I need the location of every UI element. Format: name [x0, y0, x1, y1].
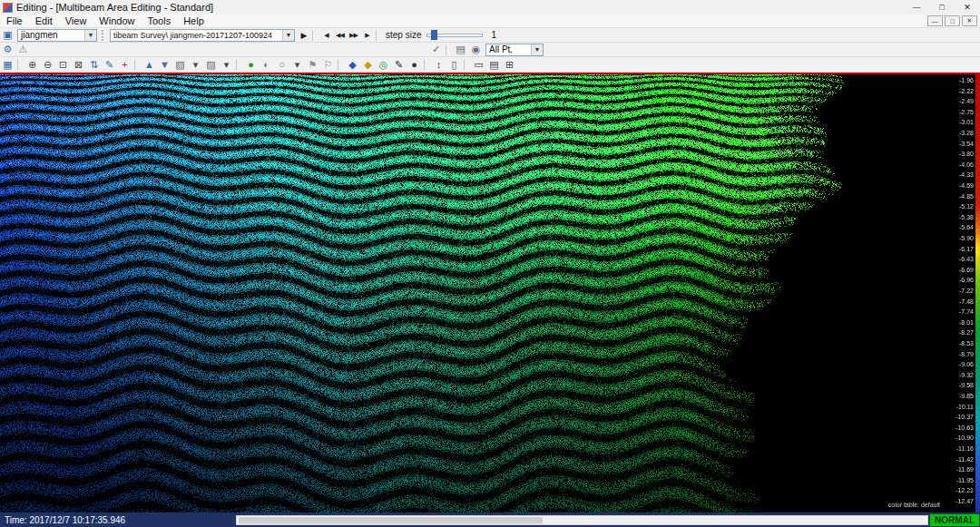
sphere-mode-icon[interactable]: ○ [274, 58, 289, 72]
horizontal-scrollbar[interactable] [236, 515, 928, 525]
mdi-close-button[interactable]: ✕ [962, 15, 977, 26]
zoom-window-icon[interactable]: ⊡ [55, 58, 71, 72]
flag-outline-icon[interactable]: ⚐ [320, 58, 336, 72]
chevron-down-icon[interactable]: ▼ [282, 30, 294, 41]
microphone-icon[interactable]: ◉ [468, 43, 484, 56]
draw-pencil-icon[interactable]: ✎ [391, 58, 407, 72]
depth-scale-label: -3.28 [943, 130, 974, 136]
fast-forward-button[interactable]: ▶▶ [347, 29, 360, 42]
target-icon[interactable]: ◎ [376, 58, 391, 72]
depth-scale-label: -8.53 [943, 340, 974, 346]
depth-scale-label: -5.38 [943, 214, 974, 220]
chevron-down-icon[interactable]: ▼ [531, 44, 543, 55]
rectangle-select-icon[interactable]: ▭ [471, 58, 486, 72]
depth-scale-label: -10.11 [943, 404, 974, 410]
hatch-style-dropdown-icon[interactable]: ▾ [219, 58, 234, 72]
depth-scale-label: -11.95 [943, 477, 974, 483]
step-size-slider[interactable] [426, 30, 483, 40]
window-controls: — □ ✕ [904, 0, 980, 15]
menu-items: FileEditViewWindowToolsHelp [0, 15, 211, 28]
minimize-button[interactable]: — [904, 0, 929, 15]
display-points-icon[interactable]: ● [243, 58, 259, 72]
depth-scale-label: -10.90 [943, 434, 974, 441]
survey-file-combo[interactable]: tibeam Survey\ jiangmen-20171207-100924 … [110, 29, 295, 42]
depth-scale-label: -5.64 [943, 224, 974, 230]
point-filter-combo[interactable]: All Pt. ▼ [485, 44, 544, 56]
sphere-dropdown-icon[interactable]: ▾ [289, 58, 305, 72]
marker-yellow-icon[interactable]: ◆ [360, 58, 376, 72]
depth-scale-label: -9.06 [943, 361, 974, 367]
application-window: Editing - [Multibeam Area Editing - Stan… [0, 0, 980, 527]
depth-scale-label: -4.85 [943, 193, 974, 200]
toolbar-separator [134, 59, 139, 70]
depth-scale-label: -1.96 [943, 77, 974, 83]
fast-back-button[interactable]: ◀◀ [333, 29, 347, 42]
chevron-down-icon[interactable]: ▼ [84, 30, 96, 41]
vertical-exaggeration-icon[interactable]: ⇅ [86, 58, 102, 72]
step-size-slider-thumb[interactable] [431, 30, 437, 40]
accept-check-icon[interactable]: ✓ [428, 43, 444, 56]
depth-scale-label: -9.85 [943, 393, 974, 399]
measure-vertical-icon[interactable]: ↕ [431, 58, 446, 72]
zoom-in-icon[interactable]: ⊕ [24, 58, 40, 72]
depth-scale-label: -3.01 [943, 119, 974, 125]
depth-scale-label: -12.47 [943, 498, 974, 504]
horizontal-scrollbar-thumb[interactable] [239, 517, 543, 523]
close-button[interactable]: ✕ [955, 0, 980, 15]
project-icon[interactable]: ▣ [0, 28, 15, 42]
menu-edit[interactable]: Edit [29, 15, 59, 28]
edit-pencil-icon[interactable]: ✎ [102, 58, 117, 72]
step-forward-button[interactable]: ▶ [360, 29, 374, 42]
mdi-minimize-button[interactable]: — [927, 15, 943, 26]
page-icon[interactable]: ▤ [453, 43, 468, 56]
menu-window[interactable]: Window [93, 15, 141, 28]
ruler-icon[interactable]: ▯ [446, 58, 462, 72]
point-select-icon[interactable]: ● [407, 58, 422, 72]
menu-tools[interactable]: Tools [141, 15, 177, 28]
mdi-restore-button[interactable]: □ [945, 15, 960, 26]
status-bar: Time: 2017/12/7 10:17:35.946 NORMAL [0, 512, 980, 527]
depth-scale-label: -6.96 [943, 277, 974, 283]
project-combo[interactable]: jiangmen ▼ [17, 29, 97, 42]
hatch-style-icon[interactable]: ▨ [203, 58, 219, 72]
add-mark-icon[interactable]: + [117, 58, 132, 72]
edit-toolbar: ⚙⚠ ✓▤◉ All Pt. ▼ [0, 43, 980, 57]
tile-windows-icon[interactable]: ▦ [0, 58, 15, 72]
shade-mode-icon[interactable]: ◐ [259, 58, 274, 72]
depth-scale-label: -6.69 [943, 267, 974, 273]
depth-scale-label: -9.32 [943, 372, 974, 378]
bathymetry-canvas[interactable] [0, 74, 980, 512]
menu-file[interactable]: File [0, 15, 29, 28]
settings-icon[interactable]: ⚙ [0, 43, 15, 56]
menu-view[interactable]: View [59, 15, 93, 28]
depth-scale-label: -10.63 [943, 425, 974, 431]
marker-blue-icon[interactable]: ◆ [345, 58, 360, 72]
print-icon[interactable]: ▤ [486, 58, 502, 72]
flag-icon[interactable]: ⚑ [305, 58, 320, 72]
depth-scale-label: -11.69 [943, 466, 974, 473]
zoom-out-icon[interactable]: ⊖ [40, 58, 55, 72]
depth-scale-label: -3.80 [943, 151, 974, 157]
zoom-extents-icon[interactable]: ⊠ [71, 58, 86, 72]
project-combo-value: jiangmen [18, 30, 84, 40]
depth-scale-label: -11.16 [943, 445, 974, 452]
step-back-button[interactable]: ◀ [319, 29, 333, 42]
fill-style-icon[interactable]: ▧ [172, 58, 188, 72]
depth-scale: -1.96-2.22-2.49-2.75-3.01-3.28-3.54-3.80… [943, 74, 974, 512]
load-survey-button[interactable]: ▶ [297, 29, 310, 42]
toolbar-separator [464, 59, 468, 70]
maximize-button[interactable]: □ [929, 0, 955, 15]
swath-down-icon[interactable]: ▼ [157, 58, 172, 72]
depth-scale-label: -6.43 [943, 256, 974, 262]
playback-buttons: ◀◀◀▶▶▶ [319, 29, 374, 42]
grid-icon[interactable]: ⊞ [502, 58, 517, 72]
depth-scale-label: -4.06 [943, 161, 974, 168]
app-icon [3, 3, 13, 13]
warning-icon[interactable]: ⚠ [15, 43, 31, 56]
step-size-label: step size [386, 30, 421, 40]
fill-style-dropdown-icon[interactable]: ▾ [188, 58, 203, 72]
menu-help[interactable]: Help [177, 15, 211, 28]
depth-scale-label: -4.59 [943, 182, 974, 189]
edit-toolbar-left: ⚙⚠ [0, 43, 31, 56]
swath-up-icon[interactable]: ▲ [142, 58, 157, 72]
